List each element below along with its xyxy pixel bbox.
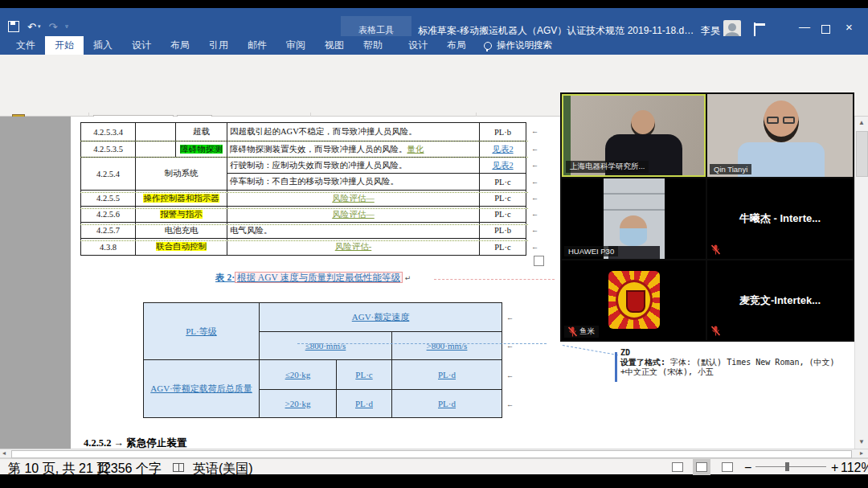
minimize-icon[interactable]: — [799, 21, 810, 32]
video-tile-yumi[interactable]: 鱼米 [562, 260, 706, 340]
comment-change-bar [615, 352, 617, 382]
caption-prefix: 表 2· [215, 273, 235, 282]
zoom-level[interactable]: 112% [841, 461, 868, 475]
tracked-change-text: 风险评估— [332, 210, 375, 219]
tracked-change-line [80, 157, 528, 158]
word-count[interactable]: 12356 个字 [96, 461, 162, 478]
tab-references[interactable]: 引用 [199, 36, 238, 55]
tab-review[interactable]: 审阅 [276, 36, 315, 55]
scroll-down-icon[interactable]: ▼ [858, 439, 865, 445]
restore-icon[interactable] [821, 24, 830, 35]
row-end-mark: ← [531, 226, 538, 234]
video-tile-shanghai[interactable]: 上海电器科学研究所... [562, 94, 706, 177]
participant-head [631, 110, 655, 137]
ceiling-line [604, 209, 665, 211]
read-mode-icon[interactable] [672, 462, 683, 472]
word-window: ↶▾ ↷ ▿ 表格工具 标准草案-移动搬运机器人（AGV）认证技术规范 2019… [0, 0, 868, 488]
save-icon[interactable] [8, 21, 19, 32]
scroll-up-icon[interactable]: ▲ [858, 120, 865, 126]
row-end-mark: ← [531, 210, 538, 218]
glasses-right [783, 117, 795, 124]
see-table2-link[interactable]: 见表2 [492, 161, 513, 170]
page-indicator[interactable]: 第 10 页, 共 21 页 [8, 461, 109, 478]
tracked-change-line [80, 208, 528, 209]
undo-button[interactable]: ↶▾ [27, 22, 40, 32]
ribbon-display-options-icon[interactable] [754, 24, 755, 35]
tab-home[interactable]: 开始 [45, 36, 84, 55]
tracked-change-line [80, 224, 528, 225]
row-end-mark: ← [531, 127, 538, 135]
participant-name-label: Qin Tianyi [710, 164, 751, 174]
tab-help[interactable]: 帮助 [354, 36, 392, 55]
tell-me-search[interactable]: 操作说明搜索 [484, 39, 552, 51]
row-end-mark: ← [531, 161, 538, 169]
video-tile-mai-intertek[interactable]: 麦竞文-Intertek... [707, 260, 853, 340]
pl-grade-table[interactable]: PL·等级 AGV·额定速度 ≤800·mm/s >800·mm/s AGV·带… [143, 302, 502, 418]
table-row: 4.2.5.4 制动系统 行驶制动：应制动失效而导致的冲撞人员风险。 见表2 [81, 158, 526, 174]
ribbon-tab-row: 文件 开始 插入 设计 布局 引用 邮件 审阅 视图 帮助 设计 布局 操作说明… [0, 36, 868, 55]
lightbulb-icon [484, 42, 492, 50]
tab-insert[interactable]: 插入 [84, 36, 122, 55]
face-mask [620, 228, 647, 246]
vertical-scroll-thumb[interactable] [856, 131, 868, 177]
participant-name-label: 鱼米 [564, 326, 599, 338]
zoom-out-icon[interactable]: − [744, 461, 751, 475]
row-end-mark: ← [531, 194, 538, 202]
tracked-change-text: 风险评估- [335, 242, 372, 251]
table-row: 4.2.5.3.4 超载 因超载引起的AGV不稳定，而导致冲撞人员风险。 PL·… [81, 123, 526, 141]
scroll-left-icon[interactable]: ◂ [2, 450, 6, 457]
caption-format-change-box: 根据 AGV 速度与质量判定最低性能等级 [235, 272, 403, 283]
manchester-united-logo [608, 271, 660, 329]
participant-name-label: HUAWEI P30 [564, 246, 618, 256]
tab-table-layout[interactable]: 布局 [437, 36, 476, 55]
comment-author: ZD [620, 348, 630, 358]
title-bar: ↶▾ ↷ ▿ 表格工具 标准草案-移动搬运机器人（AGV）认证技术规范 2019… [0, 8, 868, 36]
table-resize-handle[interactable] [534, 256, 544, 266]
row-end-mark: ← [531, 178, 538, 186]
horizontal-scroll-thumb[interactable] [11, 450, 852, 458]
zoom-slider-thumb[interactable] [785, 462, 789, 471]
tab-layout[interactable]: 布局 [161, 36, 199, 55]
web-layout-icon[interactable] [722, 462, 733, 472]
print-layout-icon[interactable] [696, 462, 707, 472]
tracked-change-line [80, 141, 528, 141]
language-indicator[interactable]: 英语(美国) [193, 461, 253, 478]
participant-name-centered: 麦竞文-Intertek... [707, 260, 853, 340]
video-tile-qin-tianyi[interactable]: Qin Tianyi [707, 94, 853, 177]
zoom-slider-track[interactable] [755, 466, 826, 467]
ceiling-line [604, 193, 665, 195]
table2-caption: 表 2·根据 AGV 速度与质量判定最低性能等级 ↵ [215, 272, 411, 284]
tab-table-design[interactable]: 设计 [399, 36, 437, 55]
tracked-change-text: 风险评估— [332, 194, 375, 203]
muted-mic-icon [711, 244, 720, 255]
tab-file[interactable]: 文件 [6, 36, 45, 55]
redo-icon[interactable]: ↷ [48, 22, 57, 32]
tab-design[interactable]: 设计 [122, 36, 161, 55]
tracked-change-line [80, 192, 528, 193]
tracked-change-text: 量化 [407, 145, 424, 154]
yellow-highlighted-text: 联合自动控制 [156, 242, 207, 251]
row-end-mark: ← [531, 243, 538, 251]
row-end-mark: ← [506, 314, 514, 322]
tab-view[interactable]: 视图 [315, 36, 354, 55]
scroll-right-icon[interactable]: ▸ [860, 450, 863, 457]
tab-mailings[interactable]: 邮件 [238, 36, 276, 55]
close-icon[interactable]: × [845, 21, 853, 33]
see-table2-link[interactable]: 见表2 [492, 145, 513, 154]
customize-qat-icon[interactable]: ▿ [65, 23, 68, 30]
zoom-in-icon[interactable]: + [831, 461, 838, 475]
comment-text: 设置了格式: 字体: (默认) Times New Roman, (中文) [620, 358, 862, 367]
video-tile-huawei-p30[interactable]: HUAWEI P30 [562, 178, 706, 259]
format-change-connector [434, 279, 555, 280]
video-tile-niu-intertek[interactable]: 牛曦杰 - Interte... [707, 178, 853, 259]
row-end-mark: ← [531, 145, 538, 153]
proofing-icon[interactable] [173, 463, 184, 472]
video-conference-overlay[interactable]: 上海电器科学研究所... Qin Tianyi HUAWEI P30 牛曦杰 -… [560, 92, 854, 342]
muted-mic-icon [711, 326, 720, 336]
table-row: PL·等级 AGV·额定速度 [144, 303, 502, 332]
tracked-change-line [80, 240, 528, 241]
yellow-highlighted-text: 操作控制器和指示器 [143, 194, 219, 203]
glasses-left [767, 117, 779, 124]
participant-name-label: 上海电器科学研究所... [566, 161, 649, 173]
risk-assessment-table[interactable]: 4.2.5.3.4 超载 因超载引起的AGV不稳定，而导致冲撞人员风险。 PL·… [80, 122, 526, 256]
